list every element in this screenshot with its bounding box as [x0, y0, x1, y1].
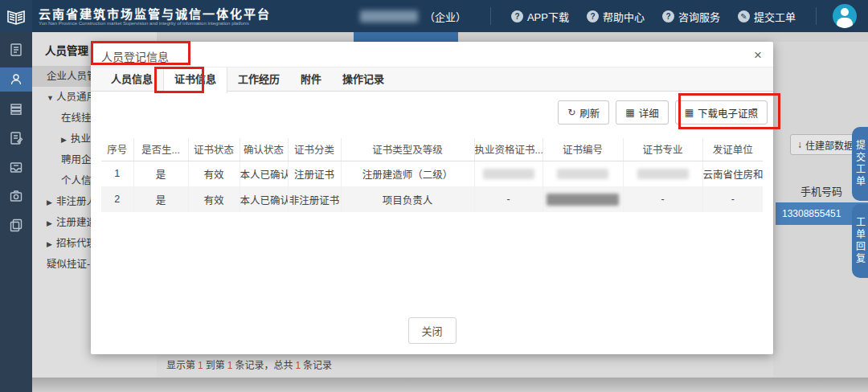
column-header: 确认状态	[240, 138, 288, 161]
table-cell	[542, 161, 623, 186]
sidebar-item-label: 个人信	[61, 175, 92, 186]
table-cell: -	[474, 186, 542, 212]
table-cell: 本人已确认	[240, 186, 288, 212]
column-header: 序号	[101, 138, 133, 161]
rail-user-icon[interactable]	[0, 67, 32, 92]
nav-item-提交工单[interactable]: ✎提交工单	[738, 9, 796, 24]
app-subtitle: Yun Nan Province Construction market Sup…	[39, 21, 271, 26]
sidebar-item-label: 在线挂	[61, 112, 92, 124]
sidebar-item-label: 聘用企	[61, 154, 92, 165]
record-count-number: 1	[198, 360, 203, 371]
redacted-value	[637, 169, 689, 179]
nav-item-APP下载[interactable]: ?APP下载	[511, 9, 569, 24]
question-icon: ?	[511, 10, 523, 22]
rail-file-text-icon[interactable]	[0, 39, 32, 61]
column-header: 证书编号	[542, 138, 623, 161]
column-header: 证书分类	[288, 138, 341, 161]
sidebar-item-label: 疑似挂证-	[47, 259, 90, 270]
nav-item-label: 提交工单	[754, 9, 796, 24]
certificate-table: 序号是否生...证书状态确认状态证书分类证书类型及等级执业资格证书...证书编号…	[101, 138, 763, 212]
close-button[interactable]: 关闭	[408, 317, 457, 344]
app-logo	[0, 0, 32, 32]
question-icon: ?	[662, 10, 674, 22]
close-icon[interactable]: ×	[754, 48, 762, 63]
record-count-text: 条记录，总共	[235, 360, 293, 371]
column-header: 是否生...	[133, 138, 188, 161]
record-count-text: 显示第	[166, 360, 195, 371]
record-count-number: 1	[227, 360, 233, 371]
toolbar-button-详细[interactable]: ▦详细	[616, 100, 668, 125]
nav-item-咨询服务[interactable]: ?咨询服务	[662, 9, 720, 24]
redacted-value	[557, 169, 608, 179]
nav-item-label: 咨询服务	[678, 9, 720, 24]
nav-item-label: APP下载	[527, 9, 569, 24]
table-row[interactable]: 2是有效本人已确认非注册证书项目负责人---	[101, 186, 763, 212]
table-cell	[474, 161, 542, 186]
table-cell: -	[623, 186, 702, 212]
toolbar-button-下载电子证照[interactable]: ▦下载电子证照	[675, 100, 768, 125]
chevron-right-icon: ▶	[61, 129, 71, 150]
tab-附件[interactable]: 附件	[290, 67, 332, 91]
modal-title: 人员登记信息	[101, 48, 169, 64]
table-cell: 注册证书	[288, 161, 341, 186]
tab-操作记录[interactable]: 操作记录	[332, 67, 395, 91]
header-divider	[816, 7, 817, 25]
table-cell: 云南省住房和城乡	[702, 161, 763, 186]
rail-copy-icon[interactable]	[0, 214, 32, 236]
column-header: 执业资格证书...	[474, 138, 542, 161]
modal-tabbar: 人员信息证书信息工作经历附件操作记录	[91, 67, 773, 92]
toolbar-button-刷新[interactable]: ↻刷新	[558, 100, 609, 125]
tab-证书信息[interactable]: 证书信息	[163, 67, 227, 93]
table-cell: 有效	[188, 161, 240, 186]
chevron-right-icon: ▶	[47, 234, 56, 255]
column-header: 证书状态	[188, 138, 240, 161]
table-cell	[542, 186, 623, 212]
header-divider	[490, 7, 491, 25]
background-active-tab	[354, 32, 458, 42]
rail-inbox-icon[interactable]	[0, 156, 32, 178]
table-cell: 2	[101, 186, 133, 212]
redacted-value	[483, 169, 534, 179]
column-header: 证书专业	[623, 138, 702, 161]
nav-item-label: 帮助中心	[603, 9, 645, 24]
app-title: 云南省建筑市场监管与诚信一体化平台	[39, 7, 271, 21]
rail-camera-icon[interactable]	[0, 185, 32, 207]
question-icon: ?	[587, 10, 599, 22]
record-count-text: 到第	[206, 360, 225, 371]
tab-工作经历[interactable]: 工作经历	[227, 67, 290, 91]
ticket-reply-vertical-tab[interactable]: 工单回复	[852, 204, 868, 278]
grid-icon: ▦	[685, 107, 694, 118]
table-cell	[623, 161, 702, 186]
toolbar-button-label: 下载电子证照	[698, 105, 758, 120]
table-cell: 有效	[188, 186, 240, 212]
file-text-icon	[9, 43, 23, 57]
tab-人员信息[interactable]: 人员信息	[100, 67, 163, 91]
rail-list-icon[interactable]	[0, 98, 32, 120]
nav-item-帮助中心[interactable]: ?帮助中心	[587, 9, 645, 24]
chevron-right-icon: ▶	[47, 213, 56, 234]
record-count-bar: 显示第1到第1条记录，总共1条记录	[157, 353, 773, 378]
column-header: 发证单位	[702, 138, 763, 161]
download-arrow-icon: ↓	[797, 139, 802, 150]
column-header: 证书类型及等级	[341, 138, 474, 161]
building-logo-icon	[6, 6, 27, 26]
table-row[interactable]: 1是有效本人已确认注册证书注册建造师（二级）云南省住房和城乡	[101, 161, 763, 186]
phone-column-header: 手机号码	[800, 183, 842, 198]
user-type-label: （企业）	[424, 9, 466, 24]
icon-rail	[0, 32, 32, 392]
table-cell: 非注册证书	[288, 186, 341, 212]
submit-ticket-vertical-tab[interactable]: 提交工单	[852, 127, 868, 201]
record-count-text: 条记录	[303, 360, 332, 371]
copy-icon	[9, 218, 23, 232]
table-cell: -	[702, 186, 763, 212]
redacted-value	[547, 194, 619, 206]
grid-icon: ▦	[625, 107, 634, 118]
header-nav: ?APP下载?帮助中心?咨询服务✎提交工单	[502, 9, 805, 24]
personnel-registration-modal: 人员登记信息 × 人员信息证书信息工作经历附件操作记录 ↻刷新▦详细▦下载电子证…	[91, 42, 773, 354]
refresh-icon: ↻	[567, 107, 575, 118]
rail-file-edit-icon[interactable]	[0, 127, 32, 149]
table-cell: 是	[133, 186, 188, 212]
user-avatar[interactable]	[833, 4, 857, 28]
footer-strip	[32, 378, 868, 392]
chevron-right-icon: ▶	[47, 192, 56, 213]
